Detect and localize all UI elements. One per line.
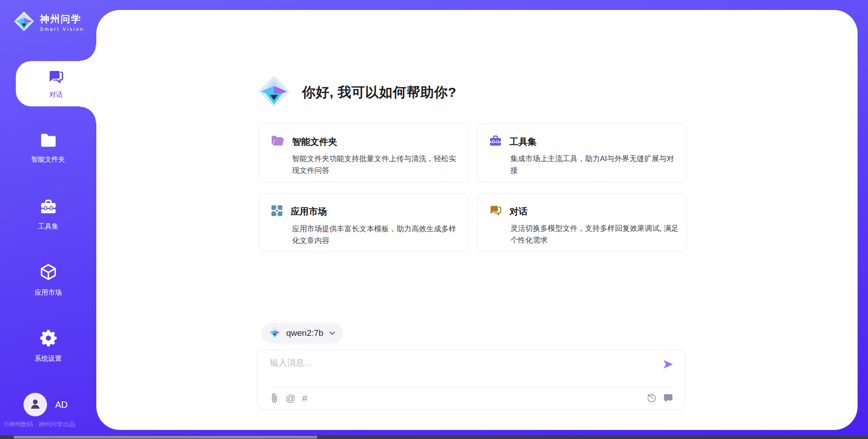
sidebar-item-app-market[interactable]: 应用市场 bbox=[0, 263, 96, 297]
sidebar-item-label: 应用市场 bbox=[35, 288, 62, 297]
folder-icon bbox=[40, 133, 57, 150]
sidebar-item-label: 工具集 bbox=[38, 222, 58, 231]
paperclip-icon[interactable] bbox=[270, 393, 279, 404]
chevron-down-icon bbox=[329, 329, 336, 337]
main-panel: 你好, 我可以如何帮助你? 智能文件夹 智能文件夹功能支持批量文件上传与清洗，轻… bbox=[96, 10, 858, 430]
card-title: 工具集 bbox=[509, 136, 537, 148]
card-description: 智能文件夹功能支持批量文件上传与清洗，轻松实现文件问答 bbox=[292, 153, 463, 176]
sidebar-item-label: 对话 bbox=[49, 91, 63, 99]
user-initials: AD bbox=[55, 400, 68, 410]
sidebar-footer: ©神州数码 · 神州问学出品 bbox=[4, 420, 75, 429]
brand-subtitle: Smart Vision bbox=[40, 26, 84, 32]
at-sign-icon[interactable]: @ bbox=[286, 392, 295, 404]
diamond-logo-icon bbox=[269, 326, 281, 340]
chat-bubble-icon[interactable] bbox=[663, 393, 673, 403]
card-app-market[interactable]: 应用市场 应用市场提供丰富长文本模板，助力高效生成多样化文章内容 bbox=[259, 193, 468, 252]
brand-title: 神州问学 bbox=[40, 13, 84, 25]
card-chat[interactable]: 对话 灵活切换多模型文件，支持多样回复效果调试, 满足个性化需求 bbox=[477, 193, 687, 252]
sidebar-item-chat[interactable]: 对话 bbox=[16, 61, 96, 106]
avatar bbox=[24, 393, 47, 416]
briefcase-icon bbox=[489, 135, 502, 148]
model-selector[interactable]: qwen2:7b bbox=[261, 323, 343, 344]
message-input[interactable] bbox=[270, 357, 659, 383]
sidebar-item-label: 智能文件夹 bbox=[31, 155, 65, 164]
card-description: 应用市场提供丰富长文本模板，助力高效生成多样化文章内容 bbox=[292, 223, 463, 246]
toolbox-icon bbox=[40, 199, 57, 217]
scrollbar-thumb[interactable] bbox=[14, 436, 317, 439]
grid-icon bbox=[271, 205, 283, 219]
send-icon[interactable] bbox=[662, 358, 674, 370]
gear-icon bbox=[39, 329, 57, 349]
card-title: 智能文件夹 bbox=[292, 136, 337, 148]
sidebar-item-settings[interactable]: 系统设置 bbox=[0, 329, 96, 363]
greeting-text: 你好, 我可以如何帮助你? bbox=[302, 83, 457, 102]
history-icon[interactable] bbox=[646, 392, 657, 403]
card-smart-folder[interactable]: 智能文件夹 智能文件夹功能支持批量文件上传与清洗，轻松实现文件问答 bbox=[259, 124, 468, 182]
greeting: 你好, 我可以如何帮助你? bbox=[258, 75, 457, 110]
sidebar-item-toolset[interactable]: 工具集 bbox=[0, 199, 96, 231]
composer-divider bbox=[269, 387, 673, 387]
folder-open-icon bbox=[271, 135, 284, 148]
app-root: 神州问学 Smart Vision 对话 智能文件夹 bbox=[0, 0, 868, 439]
cube-icon bbox=[39, 263, 57, 283]
brand: 神州问学 Smart Vision bbox=[14, 11, 84, 33]
hash-icon[interactable]: # bbox=[302, 392, 307, 404]
sidebar-item-label: 系统设置 bbox=[35, 354, 62, 363]
chat-bubbles-icon bbox=[489, 205, 502, 218]
tab-fillet-bottom bbox=[80, 106, 96, 123]
diamond-logo-icon bbox=[14, 11, 34, 33]
card-toolset[interactable]: 工具集 集成市场上主流工具，助力AI与外界无缝扩展与对接 bbox=[477, 124, 687, 182]
chat-icon bbox=[47, 68, 65, 87]
model-name: qwen2:7b bbox=[286, 328, 323, 338]
card-description: 灵活切换多模型文件，支持多样回复效果调试, 满足个性化需求 bbox=[510, 222, 681, 246]
message-composer: @ # bbox=[257, 349, 685, 410]
diamond-logo-icon bbox=[258, 75, 290, 110]
card-description: 集成市场上主流工具，助力AI与外界无缝扩展与对接 bbox=[510, 153, 681, 176]
card-title: 对话 bbox=[509, 205, 528, 218]
user-avatar-icon bbox=[28, 397, 42, 412]
sidebar-item-smart-folder[interactable]: 智能文件夹 bbox=[0, 133, 96, 164]
tab-fillet-top bbox=[80, 45, 96, 61]
user-profile[interactable]: AD bbox=[24, 393, 68, 416]
horizontal-scrollbar[interactable] bbox=[0, 435, 868, 439]
card-title: 应用市场 bbox=[291, 205, 327, 218]
